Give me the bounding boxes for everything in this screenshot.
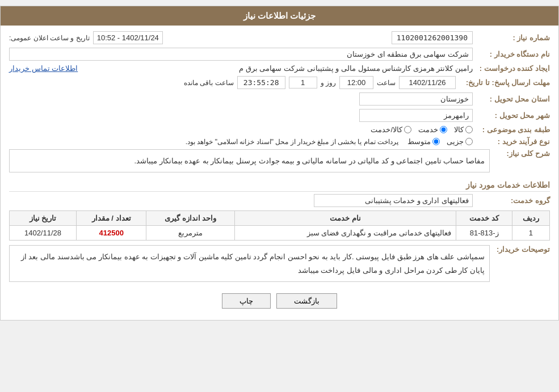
cell-name: فعالیتهای خدماتی مراقبت و نگهداری فضای س… (234, 226, 456, 241)
shahr-row: شهر محل تحویل : رامهرمز (9, 109, 550, 122)
cell-kod: ز-813-81 (456, 226, 512, 241)
mohlat-label: مهلت ارسال پاسخ: تا تاریخ: (459, 78, 550, 87)
nav-jozi[interactable]: جزیی (447, 137, 473, 146)
shomara-value: 1102001262001390 (392, 31, 473, 44)
shahr-label: شهر محل تحویل : (476, 111, 550, 120)
col-vahed: واحد اندازه گیری (146, 211, 235, 226)
mohlat-date: 1402/11/26 (399, 76, 456, 89)
khadamat-title: اطلاعات خدمات مورد نیاز (9, 180, 550, 192)
sharh-value: مفاصا حساب تامین اجتماعی و کد مالیاتی در… (9, 149, 490, 172)
nav-note: پرداخت تمام یا بخشی از مبلغ خریدار از مح… (186, 138, 398, 146)
cell-tarikh: 1402/11/28 (10, 226, 77, 241)
mohlat-remainder-label: ساعت باقی مانده (184, 79, 234, 87)
tabaqe-kala-khedmat[interactable]: کالا/خدمت (371, 125, 411, 134)
tarikh-elam-value: 1402/11/24 - 10:52 (93, 31, 163, 44)
print-button[interactable]: چاپ (222, 293, 271, 309)
col-tarikh: تاریخ نیاز (10, 211, 77, 226)
col-radif: ردیف (512, 211, 549, 226)
tarikh-elam-label: تاریخ و ساعت اعلان عمومی: (9, 34, 90, 42)
sharh-row: شرح کلی نیاز: مفاصا حساب تامین اجتماعی و… (9, 149, 550, 176)
mohlat-saat-label: ساعت (377, 79, 396, 87)
mohlat-roz: 1 (289, 77, 317, 88)
ostan-row: استان محل تحویل : خوزستان (9, 92, 550, 106)
mohlat-row: مهلت ارسال پاسخ: تا تاریخ: 1402/11/26 سا… (9, 76, 550, 89)
buyer-desc-value: سمپاشی علف های هرز طبق فایل پیوستی .کار … (9, 245, 490, 282)
mohlat-roz-label: روز و (321, 79, 336, 87)
nav-options: جزیی متوسط (407, 137, 473, 146)
mohlat-remainder: 23:55:28 (237, 76, 285, 89)
ostan-label: استان محل تحویل : (476, 95, 550, 103)
col-tedad: تعداد / مقدار (77, 211, 146, 226)
buyer-desc-label: توصیحات خریدار: (493, 245, 550, 254)
service-table: ردیف کد خدمت نام خدمت واحد اندازه گیری ت… (9, 210, 550, 241)
goroh-label: گروه خدمت: (476, 196, 550, 205)
ijad-row: ایجاد کننده درخواست : رامین کلانتر هرمزی… (9, 64, 550, 73)
nav-mottavasset[interactable]: متوسط (407, 137, 440, 146)
tabaqe-label: طبقه بندی موضوعی : (476, 125, 550, 134)
page-header: جزئیات اطلاعات نیاز (1, 6, 558, 26)
namdastgah-label: نام دستگاه خریدار : (476, 50, 550, 58)
back-button[interactable]: بازگشت (276, 293, 337, 309)
buyer-desc-row: توصیحات خریدار: سمپاشی علف های هرز طبق ف… (9, 245, 550, 288)
nav-row: نوع فرآیند خرید : جزیی متوسط پرداخت تمام… (9, 137, 550, 146)
mohlat-saat: 12:00 (339, 76, 373, 89)
shomara-row: شماره نیاز : 1102001262001390 1402/11/24… (9, 31, 550, 44)
ijad-value: رامین کلانتر هرمزی کارشناس مسئول مالی و … (81, 64, 473, 73)
nav-label: نوع فرآیند خرید : (476, 137, 550, 146)
tabaqe-kala[interactable]: کالا (454, 125, 473, 134)
buttons-row: بازگشت چاپ (9, 293, 550, 309)
ijad-link[interactable]: اطلاعات تماس خریدار (9, 64, 78, 73)
shomara-label: شماره نیاز : (476, 33, 550, 42)
sharh-label: شرح کلی نیاز: (493, 149, 550, 158)
cell-radif: 1 (512, 226, 549, 241)
namdastgah-row: نام دستگاه خریدار : شرکت سهامی برق منطقه… (9, 48, 550, 61)
page-title: جزئیات اطلاعات نیاز (243, 11, 316, 20)
ostan-value: خوزستان (359, 92, 473, 106)
tabaqe-khedmat[interactable]: خدمت (418, 125, 447, 134)
col-kod: کد خدمت (456, 211, 512, 226)
ijad-label: ایجاد کننده درخواست : (476, 64, 550, 73)
table-row: 1 ز-813-81 فعالیتهای خدماتی مراقبت و نگه… (10, 226, 550, 241)
col-name: نام خدمت (234, 211, 456, 226)
tabaqe-options: کالا خدمت کالا/خدمت (371, 125, 473, 134)
cell-tedad: 412500 (77, 226, 146, 241)
namdastgah-value: شرکت سهامی برق منطقه ای خوزستان (9, 48, 473, 61)
goroh-value: فعالیتهای اداری و خدمات پشتیبانی (314, 194, 473, 207)
goroh-row: گروه خدمت: فعالیتهای اداری و خدمات پشتیب… (9, 194, 550, 207)
tabaqe-row: طبقه بندی موضوعی : کالا خدمت کالا/خدمت (9, 125, 550, 134)
cell-vahed: مترمربع (146, 226, 235, 241)
shahr-value: رامهرمز (359, 109, 473, 122)
